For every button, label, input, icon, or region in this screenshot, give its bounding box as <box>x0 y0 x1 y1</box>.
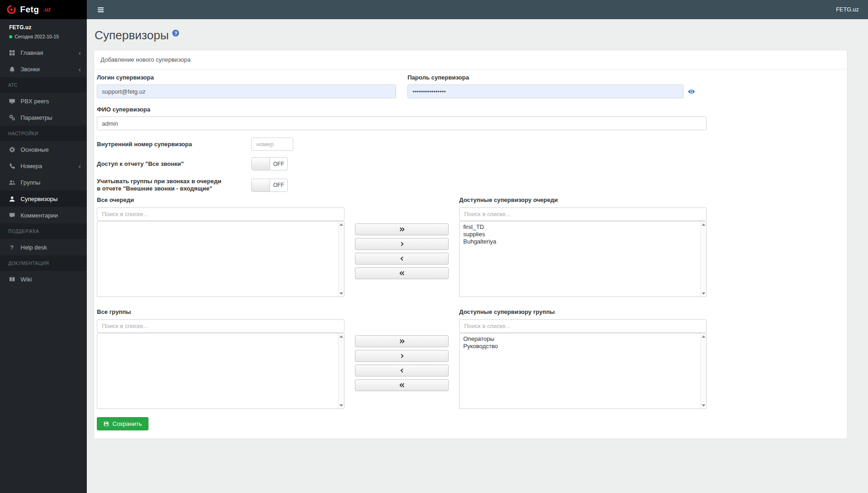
queue-groups-report-label: Учитывать группы при звонках в очереди в… <box>97 178 251 192</box>
book-icon <box>8 276 16 283</box>
topbar-brand[interactable]: FETG.uz <box>836 6 859 13</box>
brand-logo[interactable]: Fetg.uz <box>0 0 87 19</box>
password-input[interactable] <box>408 85 683 98</box>
show-password-eye-icon[interactable] <box>688 88 695 95</box>
chevron-left-icon: ‹ <box>79 49 81 56</box>
queue-groups-report-toggle[interactable]: OFF <box>251 179 288 192</box>
groups-dual-list: Все группы <box>97 309 844 409</box>
dashboard-icon <box>8 49 16 56</box>
scroll-down-icon[interactable] <box>702 404 705 407</box>
groups-move-all-left-button[interactable] <box>355 379 449 391</box>
bell-icon <box>8 65 16 73</box>
all-calls-report-toggle[interactable]: OFF <box>251 157 288 170</box>
all-groups-title: Все группы <box>97 309 344 315</box>
internal-number-input[interactable] <box>251 138 293 151</box>
save-button[interactable]: Сохранить <box>97 417 148 430</box>
toggle-off-label: OFF <box>270 179 287 191</box>
queues-move-all-right-button[interactable] <box>355 223 449 235</box>
sidebar-item-zvonki[interactable]: Звонки ‹ <box>0 61 87 77</box>
scrollbar[interactable] <box>700 222 706 297</box>
available-queues-listbox[interactable]: first_TDsuppliesBuhgalteriya <box>459 221 707 297</box>
internal-number-label: Внутренний номер супервизора <box>97 141 251 148</box>
available-queues-search-input[interactable] <box>459 207 707 221</box>
scrollbar[interactable] <box>700 334 706 408</box>
scroll-down-icon[interactable] <box>702 292 705 295</box>
scroll-up-icon[interactable] <box>702 223 705 226</box>
sidebar-item-nomera[interactable]: Номера ‹ <box>0 158 87 174</box>
sidebar-item-gruppy[interactable]: Группы <box>0 174 87 191</box>
groups-move-all-right-button[interactable] <box>355 335 449 347</box>
queues-transfer-buttons <box>355 197 449 297</box>
chevron-left-icon: ‹ <box>79 66 81 73</box>
topbar: FETG.uz <box>87 0 868 19</box>
sidebar-item-parametry[interactable]: Параметры <box>0 109 87 126</box>
list-item[interactable]: Buhgalteriya <box>460 238 700 245</box>
org-date-text: Сегодня 2022-10-15 <box>15 34 59 39</box>
sidebar-item-help-desk[interactable]: ? Help desk <box>0 239 87 255</box>
sidebar-item-osnovnye[interactable]: Основные <box>0 141 87 158</box>
all-calls-report-label: Доступ к отчету "Все звонки" <box>97 160 251 168</box>
sidebar-item-wiki[interactable]: Wiki <box>0 271 87 287</box>
brand-logo-icon <box>6 5 16 15</box>
groups-move-right-button[interactable] <box>355 350 449 362</box>
scrollbar[interactable] <box>338 222 344 297</box>
org-name: FETG.uz <box>9 24 78 31</box>
available-groups-title: Доступные супервизору группы <box>459 309 707 315</box>
list-item[interactable]: Руководство <box>460 343 700 350</box>
queues-move-all-left-button[interactable] <box>355 267 449 279</box>
hamburger-menu-icon[interactable] <box>96 4 106 16</box>
sidebar-section-ats: АТС <box>0 77 87 93</box>
sidebar-item-glavnaya[interactable]: Главная ‹ <box>0 44 87 61</box>
brand-logo-text: Fetg <box>20 5 39 15</box>
fio-label: ФИО супервизора <box>97 106 844 113</box>
groups-move-left-button[interactable] <box>355 365 449 376</box>
sidebar-nav: Главная ‹ Звонки ‹ АТС PBX peers Парамет… <box>0 43 87 493</box>
all-groups-listbox[interactable] <box>97 333 344 409</box>
brand-logo-suffix: .uz <box>43 6 51 13</box>
user-icon <box>8 195 16 202</box>
scroll-up-icon[interactable] <box>339 335 343 338</box>
queues-move-right-button[interactable] <box>355 238 449 250</box>
app: Fetg.uz FETG.uz Сегодня 2022-10-15 Главн… <box>0 0 868 493</box>
org-block: FETG.uz Сегодня 2022-10-15 <box>0 19 87 43</box>
available-queues-title: Доступные супервизору очереди <box>459 197 707 203</box>
fio-input[interactable] <box>97 117 707 130</box>
password-label: Пароль супервизора <box>408 74 695 81</box>
gears-icon <box>8 114 16 121</box>
all-queues-title: Все очереди <box>97 197 344 203</box>
list-item[interactable]: first_TD <box>460 223 700 231</box>
main-content: Супервизоры ? Добавление нового супервиз… <box>87 19 868 493</box>
login-input[interactable] <box>97 85 396 98</box>
sidebar: Fetg.uz FETG.uz Сегодня 2022-10-15 Главн… <box>0 0 87 493</box>
available-groups-search-input[interactable] <box>459 319 707 333</box>
toggle-off-label: OFF <box>270 158 287 170</box>
all-queues-search-input[interactable] <box>97 207 344 221</box>
sidebar-item-supervizory[interactable]: Супервизоры <box>0 191 87 207</box>
list-item[interactable]: Операторы <box>460 335 700 343</box>
scroll-down-icon[interactable] <box>339 292 343 295</box>
sidebar-section-podderzhka: ПОДДЕРЖКА <box>0 223 87 239</box>
login-label: Логин супервизора <box>97 74 396 81</box>
scroll-up-icon[interactable] <box>702 335 705 338</box>
toggle-knob <box>252 179 270 191</box>
status-dot <box>9 35 12 38</box>
groups-transfer-buttons <box>355 309 449 409</box>
save-icon <box>103 421 109 427</box>
available-groups-listbox[interactable]: ОператорыРуководство <box>459 333 707 409</box>
sidebar-section-nastroyki: НАСТРОЙКИ <box>0 126 87 141</box>
chevron-left-icon: ‹ <box>79 163 81 170</box>
queues-move-left-button[interactable] <box>355 253 449 265</box>
sidebar-item-pbx-peers[interactable]: PBX peers <box>0 93 87 109</box>
all-queues-listbox[interactable] <box>97 221 344 297</box>
queues-dual-list: Все очереди <box>97 197 844 297</box>
list-item[interactable]: supplies <box>460 231 700 238</box>
scroll-down-icon[interactable] <box>339 404 343 407</box>
scrollbar[interactable] <box>338 334 344 408</box>
help-icon[interactable]: ? <box>172 30 179 37</box>
sidebar-section-dokumentacia: ДОКУМЕНТАЦИЯ <box>0 255 87 271</box>
all-groups-search-input[interactable] <box>97 319 344 333</box>
scroll-up-icon[interactable] <box>339 223 343 226</box>
org-date: Сегодня 2022-10-15 <box>9 34 78 39</box>
card-title: Добавление нового супервизора <box>94 50 847 69</box>
sidebar-item-kommentarii[interactable]: Комментарии <box>0 207 87 223</box>
